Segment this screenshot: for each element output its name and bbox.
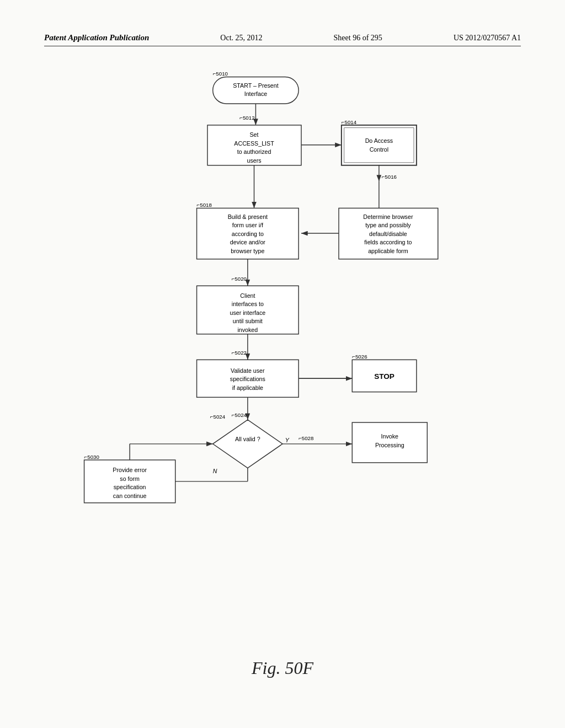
svg-text:START – Present: START – Present <box>233 82 278 89</box>
svg-text:if applicable: if applicable <box>232 384 263 391</box>
svg-text:⌐5014: ⌐5014 <box>342 119 357 125</box>
svg-text:⌐5018: ⌐5018 <box>197 202 212 208</box>
svg-text:Control: Control <box>370 146 388 153</box>
svg-text:⌐5024: ⌐5024 <box>232 412 247 418</box>
svg-text:default/disable: default/disable <box>369 231 407 237</box>
node-5022: Validate user specifications if applicab… <box>197 360 299 397</box>
svg-text:⌐5012: ⌐5012 <box>239 115 254 121</box>
svg-text:Interface: Interface <box>244 90 268 97</box>
svg-text:⌐5016: ⌐5016 <box>382 174 397 180</box>
node-5018-right: Determine browser type and possibly defa… <box>339 208 438 259</box>
node-5012: Set ACCESS_LIST to authorized users <box>207 125 301 165</box>
svg-text:Set: Set <box>249 131 258 138</box>
node-5010: START – Present Interface ⌐5010 <box>213 71 299 104</box>
node-5024: All valid ? ⌐5024 <box>210 414 282 468</box>
svg-marker-57 <box>213 420 282 468</box>
patent-number: US 2012/0270567 A1 <box>454 34 521 42</box>
svg-text:Y: Y <box>285 437 290 443</box>
svg-text:type and possibly: type and possibly <box>365 222 411 228</box>
svg-text:⌐5026: ⌐5026 <box>352 354 367 360</box>
node-5020: Client interfaces to user interface unti… <box>197 286 299 334</box>
node-5030: Provide error so form specification can … <box>84 454 175 503</box>
svg-text:specification: specification <box>114 484 146 490</box>
svg-text:Build & present: Build & present <box>228 213 268 220</box>
svg-text:Do Access: Do Access <box>365 137 393 144</box>
svg-text:Determine browser: Determine browser <box>363 213 413 220</box>
svg-text:STOP: STOP <box>374 372 395 381</box>
svg-text:device and/or: device and/or <box>230 239 266 245</box>
svg-text:Provide error: Provide error <box>113 467 147 473</box>
svg-text:applicable form: applicable form <box>368 248 408 254</box>
svg-text:⌐5010: ⌐5010 <box>213 71 228 77</box>
flowchart-diagram: START – Present Interface ⌐5010 ⌐5012 Se… <box>44 66 521 629</box>
node-5014: Do Access Control ⌐5014 <box>342 119 417 165</box>
svg-text:browser type: browser type <box>231 248 264 254</box>
svg-text:until submit: until submit <box>233 318 263 324</box>
svg-text:⌐5028: ⌐5028 <box>299 435 313 441</box>
svg-text:⌐5024: ⌐5024 <box>210 414 226 420</box>
sheet-info: Sheet 96 of 295 <box>334 34 382 42</box>
svg-text:form user i/f: form user i/f <box>232 222 263 228</box>
node-5018: Build & present form user i/f according … <box>197 202 299 259</box>
svg-text:interfaces to: interfaces to <box>232 301 264 307</box>
svg-text:users: users <box>247 157 261 164</box>
svg-text:to authorized: to authorized <box>237 148 271 155</box>
page-header: Patent Application Publication Oct. 25, … <box>44 33 521 46</box>
svg-text:specifications: specifications <box>230 376 265 382</box>
svg-text:ACCESS_LIST: ACCESS_LIST <box>234 140 274 147</box>
svg-text:⌐5030: ⌐5030 <box>84 454 100 460</box>
figure-caption: Fig. 50F <box>0 658 565 678</box>
svg-text:user interface: user interface <box>230 309 266 316</box>
svg-text:⌐5022: ⌐5022 <box>232 350 247 356</box>
publication-date: Oct. 25, 2012 <box>220 34 262 42</box>
svg-text:N: N <box>213 468 217 474</box>
svg-text:fields according to: fields according to <box>364 239 412 245</box>
svg-text:All valid ?: All valid ? <box>235 436 260 442</box>
svg-text:Invoke: Invoke <box>381 433 399 440</box>
node-5026: STOP ⌐5026 <box>299 354 417 392</box>
svg-text:according to: according to <box>232 231 264 237</box>
publication-title: Patent Application Publication <box>44 33 149 42</box>
svg-text:Validate user: Validate user <box>231 367 265 374</box>
svg-text:Processing: Processing <box>375 442 404 448</box>
page: Patent Application Publication Oct. 25, … <box>0 0 565 728</box>
svg-rect-13 <box>342 125 417 165</box>
svg-text:⌐5020: ⌐5020 <box>232 276 247 282</box>
svg-text:invoked: invoked <box>237 326 258 333</box>
svg-text:can continue: can continue <box>113 493 147 499</box>
node-5028: Invoke Processing <box>352 422 427 463</box>
svg-text:so form: so form <box>120 475 140 482</box>
svg-text:Client: Client <box>240 292 255 299</box>
